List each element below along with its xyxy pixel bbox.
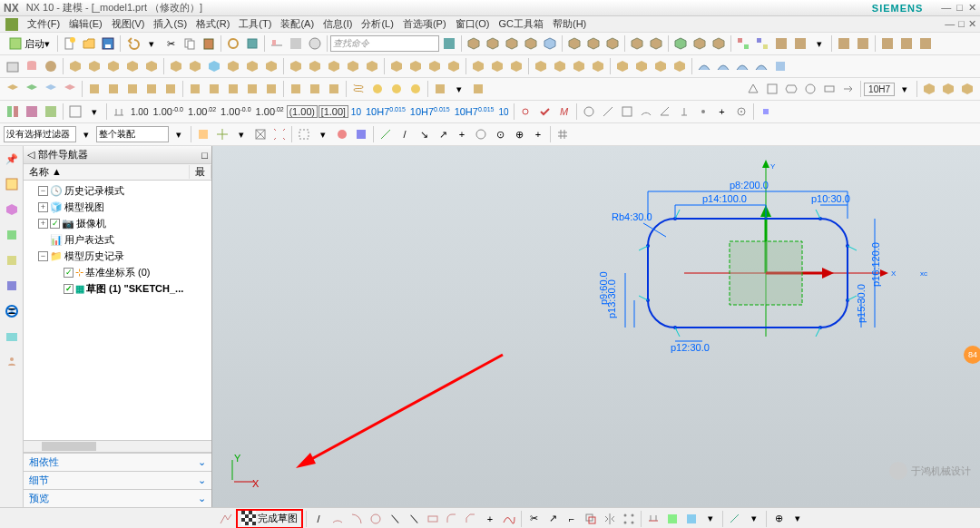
sel8-icon[interactable] [333, 125, 351, 143]
view-cube1-icon[interactable] [465, 34, 483, 53]
view-cube13-icon[interactable] [710, 34, 728, 53]
sk-dim2-icon[interactable] [663, 510, 681, 528]
start-dropdown[interactable]: 启动 ▾ [4, 34, 54, 53]
misc1-icon[interactable] [85, 80, 103, 98]
sk-pattern-icon[interactable] [620, 510, 638, 528]
minimize-icon[interactable]: — [941, 2, 951, 14]
child-maximize-icon[interactable]: □ [958, 18, 965, 30]
repeat-icon[interactable] [224, 34, 242, 53]
assy-icon1[interactable] [734, 34, 752, 53]
misc9-icon[interactable] [243, 80, 261, 98]
assy-icon3[interactable] [772, 34, 790, 53]
feat-icon-15[interactable] [344, 57, 362, 75]
gc5-icon[interactable]: ▾ [85, 103, 103, 121]
sk-dim1-icon[interactable] [644, 510, 662, 528]
layer3-icon[interactable] [42, 80, 60, 98]
view-cube11-icon[interactable] [671, 34, 690, 53]
assy-nav-icon[interactable] [3, 200, 21, 219]
menu-file[interactable]: 文件(F) [24, 17, 64, 31]
sk-line-icon[interactable]: / [309, 510, 328, 528]
snap5-icon[interactable]: + [453, 125, 471, 143]
redo-icon[interactable]: ▾ [142, 34, 161, 53]
assy-icon5[interactable]: ▾ [810, 34, 828, 53]
sk-point-icon[interactable]: + [481, 510, 499, 528]
feat-icon-22[interactable] [488, 57, 506, 75]
feat-icon-28[interactable] [613, 57, 632, 75]
x1-icon[interactable] [431, 80, 449, 98]
feat-icon-11[interactable] [262, 57, 280, 75]
surf-icon-5[interactable] [771, 57, 789, 75]
surf-icon-1[interactable] [695, 57, 713, 75]
sk-geo2-icon[interactable]: ▾ [745, 510, 763, 528]
sk-corner-icon[interactable]: ⌐ [563, 510, 581, 528]
sk-more-icon[interactable]: ⊕ [769, 510, 788, 528]
snap2-icon[interactable]: / [396, 125, 414, 143]
nav-dependency[interactable]: 相依性⌄ [24, 453, 211, 471]
sk-chamfer-icon[interactable] [462, 510, 480, 528]
fit-dd-icon[interactable]: ▾ [896, 80, 914, 98]
sk-geo-icon[interactable] [726, 510, 744, 528]
tape2-icon[interactable] [387, 80, 406, 98]
assy-icon10[interactable] [916, 34, 935, 53]
misc8-icon[interactable] [224, 80, 242, 98]
menu-tools[interactable]: 工具(T) [235, 17, 275, 31]
feat-icon-3[interactable] [104, 57, 122, 75]
assy-dd-icon[interactable]: ▾ [170, 125, 188, 143]
view-cube8-icon[interactable] [603, 34, 622, 53]
sel3-icon[interactable]: ▾ [232, 125, 250, 143]
sel4-icon[interactable] [251, 125, 270, 143]
filter-dd-icon[interactable]: ▾ [77, 125, 95, 143]
menu-assy[interactable]: 装配(A) [277, 17, 318, 31]
misc3-icon[interactable] [123, 80, 142, 98]
gc2-icon[interactable] [23, 103, 41, 121]
tree-camera[interactable]: +✓📷摄像机 [25, 215, 210, 231]
child-close-icon[interactable]: ✕ [968, 18, 976, 30]
feat-icon-10[interactable] [243, 57, 261, 75]
menu-insert[interactable]: 插入(S) [150, 17, 191, 31]
menu-format[interactable]: 格式(R) [192, 17, 233, 31]
menu-window[interactable]: 窗口(O) [452, 17, 494, 31]
menu-prefs[interactable]: 首选项(P) [399, 17, 450, 31]
misc6-icon[interactable] [186, 80, 204, 98]
paste-icon[interactable] [200, 34, 218, 53]
view-cube7-icon[interactable] [584, 34, 603, 53]
close-icon[interactable]: ✕ [968, 2, 976, 14]
sk-dim3-icon[interactable] [682, 510, 701, 528]
nav-preview[interactable]: 预览⌄ [24, 489, 211, 507]
cylinder-icon[interactable] [23, 57, 41, 75]
tp-icon[interactable] [243, 34, 261, 53]
sq-icon[interactable] [763, 80, 781, 98]
sk-offset-icon[interactable] [582, 510, 600, 528]
arc2-icon[interactable] [637, 103, 655, 121]
sk-rect-icon[interactable] [424, 510, 442, 528]
sel6-icon[interactable] [295, 125, 313, 143]
browser-icon[interactable] [3, 302, 21, 320]
menu-analyze[interactable]: 分析(L) [358, 17, 397, 31]
sk-mirror-icon[interactable] [601, 510, 619, 528]
dotcirc-icon[interactable] [732, 103, 750, 121]
sel7-icon[interactable]: ▾ [314, 125, 332, 143]
sel1-icon[interactable] [194, 125, 212, 143]
sel9-icon[interactable] [352, 125, 370, 143]
feat-icon-8[interactable] [205, 57, 223, 75]
sq2-icon[interactable] [618, 103, 636, 121]
menu-info[interactable]: 信息(I) [319, 17, 356, 31]
gold3-icon[interactable] [958, 80, 976, 98]
nx-menu-icon[interactable] [5, 18, 18, 31]
col-name[interactable]: 名称 ▲ [24, 165, 190, 179]
layer2-icon[interactable] [23, 80, 41, 98]
feat-icon-12[interactable] [287, 57, 305, 75]
check-icon[interactable]: ✓ [64, 268, 74, 278]
snap9-icon[interactable]: + [529, 125, 547, 143]
feat-icon-5[interactable] [142, 57, 161, 75]
gold2-icon[interactable] [939, 80, 957, 98]
tree-user-expr[interactable]: 📊用户表达式 [25, 231, 210, 248]
feat-icon-18[interactable] [407, 57, 425, 75]
feat-icon-31[interactable] [671, 57, 689, 75]
cmd2-icon[interactable] [287, 34, 305, 53]
gc4-icon[interactable] [66, 103, 84, 121]
tree-model-history[interactable]: −📁模型历史记录 [25, 248, 210, 264]
save-icon[interactable] [99, 34, 117, 53]
open-icon[interactable] [80, 34, 98, 53]
menu-help[interactable]: 帮助(H) [549, 17, 590, 31]
